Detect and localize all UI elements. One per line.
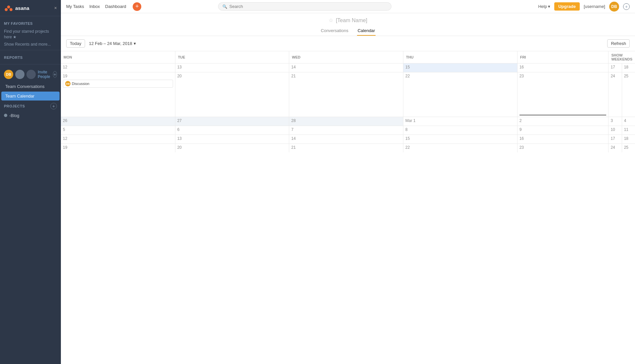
help-label: Help: [538, 4, 547, 9]
svg-point-2: [10, 8, 13, 11]
cal-cell-25: 25: [622, 72, 635, 117]
week-row-4: 5 6 7 8 9: [61, 126, 635, 135]
dashboard-link[interactable]: Dashboard: [105, 3, 126, 10]
invite-people-link[interactable]: Invite People: [38, 70, 51, 79]
cal-cell-mar7: 7: [289, 126, 403, 135]
cal-cell-19: 19 DB Discussion: [61, 72, 175, 117]
cal-cell-24: 24: [609, 72, 622, 117]
event-label-discussion: Discussion: [72, 82, 89, 86]
team-name: [Team Name]: [336, 18, 367, 23]
cal-cell-23: 23: [517, 72, 609, 117]
svg-point-1: [5, 8, 8, 11]
add-member-button[interactable]: +: [53, 71, 57, 78]
topnav-right: Help ▾ Upgrade [username] DB +: [538, 2, 630, 12]
cal-cell-22: 22: [403, 72, 517, 117]
calendar-area: Today 12 Feb – 24 Mar, 2018 ▾ Refresh: [61, 36, 635, 364]
add-task-button[interactable]: +: [133, 2, 141, 11]
date-28: 28: [291, 118, 401, 123]
team-members-row: DB Invite People +: [0, 67, 61, 82]
inbox-link[interactable]: Inbox: [89, 3, 100, 10]
cal-cell-13: 13: [175, 63, 289, 72]
cal-cell-27: 27: [175, 117, 289, 126]
cal-cell-mar12: 12: [61, 135, 175, 144]
cal-cell-mar15: 15: [403, 135, 517, 144]
my-tasks-link[interactable]: My Tasks: [66, 3, 84, 10]
date-mar25: 25: [624, 145, 633, 150]
date-mar10: 10: [611, 127, 619, 132]
cal-cell-15: 15: [403, 63, 517, 72]
search-bar: 🔍: [218, 2, 391, 11]
date-19: 19: [63, 74, 173, 78]
date-20: 20: [177, 74, 287, 78]
date-26: 26: [63, 118, 173, 123]
team-star-icon[interactable]: ☆: [329, 17, 333, 23]
date-mar7: 7: [291, 127, 401, 132]
date-mar6: 6: [177, 127, 287, 132]
header-tue: TUE: [175, 51, 289, 63]
cal-cell-mar4: 4: [622, 117, 635, 126]
cal-cell-28: 28: [289, 117, 403, 126]
cal-cell-mar22: 22: [403, 144, 517, 153]
sidebar-divider-1: [0, 50, 61, 50]
date-15: 15: [405, 65, 515, 69]
cal-cell-mar10: 10: [609, 126, 622, 135]
date-mar9: 9: [520, 127, 607, 132]
sidebar-divider-2: [0, 64, 61, 64]
upgrade-button[interactable]: Upgrade: [554, 2, 580, 11]
tab-calendar[interactable]: Calendar: [357, 26, 376, 36]
sidebar: asana × My Favorites Find your starred p…: [0, 0, 61, 364]
favorites-hint: Find your starred projects here ★: [0, 27, 61, 41]
date-17: 17: [611, 65, 619, 69]
week-row-1: 12 13 14 15: [61, 63, 635, 72]
cal-cell-26: 26: [61, 117, 175, 126]
header-fri: FRI: [517, 51, 609, 63]
date-21: 21: [291, 74, 401, 78]
topnav-links: My Tasks Inbox Dashboard: [66, 3, 126, 10]
date-mar19: 19: [63, 145, 173, 150]
tab-conversations[interactable]: Conversations: [320, 26, 349, 36]
close-icon[interactable]: ×: [54, 5, 57, 11]
week-row-2: 19 DB Discussion 20 21: [61, 72, 635, 117]
week-row-5: 12 13 14 15 16: [61, 135, 635, 144]
reports-section-title: Reports: [4, 56, 23, 60]
help-button[interactable]: Help ▾: [538, 4, 550, 9]
week-row-6: 19 20 21 22 23: [61, 144, 635, 153]
header-wed: WED: [289, 51, 403, 63]
calendar-grid: MON TUE WED THU FRI Show weekends 12: [61, 51, 635, 152]
user-name: [username]: [584, 4, 605, 9]
date-23: 23: [520, 74, 607, 78]
favorites-section-title: My Favorites: [4, 21, 33, 25]
cal-cell-mar14: 14: [289, 135, 403, 144]
cal-cell-mar9: 9: [517, 126, 609, 135]
add-project-button[interactable]: +: [50, 103, 57, 109]
cal-cell-mar23: 23: [517, 144, 609, 153]
sidebar-item-conversations[interactable]: Team Conversations: [1, 82, 60, 91]
today-button[interactable]: Today: [66, 39, 85, 48]
show-weekends-link[interactable]: Show weekends: [609, 51, 635, 63]
global-add-button[interactable]: +: [623, 3, 630, 10]
date-mar16: 16: [520, 136, 607, 141]
cal-cell-17: 17: [609, 63, 622, 72]
event-discussion[interactable]: DB Discussion: [63, 80, 173, 88]
cal-cell-21: 21: [289, 72, 403, 117]
show-recents-link[interactable]: Show Recents and more...: [0, 41, 61, 47]
date-mar5: 5: [63, 127, 173, 132]
date-18: 18: [624, 65, 633, 69]
search-input[interactable]: [229, 4, 387, 9]
cal-cell-mar11: 11: [622, 126, 635, 135]
date-mar22: 22: [405, 145, 515, 150]
date-mar11: 11: [624, 127, 633, 132]
date-mar13: 13: [177, 136, 287, 141]
refresh-button[interactable]: Refresh: [607, 39, 630, 48]
header-mon: MON: [61, 51, 175, 63]
chevron-down-icon: ▾: [134, 41, 136, 46]
svg-point-0: [7, 6, 10, 9]
current-user-avatar: DB: [4, 70, 13, 79]
week-separator-line: [520, 115, 607, 115]
project-item-blog[interactable]: -Blog: [0, 111, 61, 120]
sidebar-item-calendar[interactable]: Team Calendar: [1, 92, 60, 101]
event-avatar-db: DB: [65, 81, 70, 86]
date-range-button[interactable]: 12 Feb – 24 Mar, 2018 ▾: [89, 41, 136, 46]
user-avatar[interactable]: DB: [609, 2, 619, 12]
date-mar24: 24: [611, 145, 619, 150]
